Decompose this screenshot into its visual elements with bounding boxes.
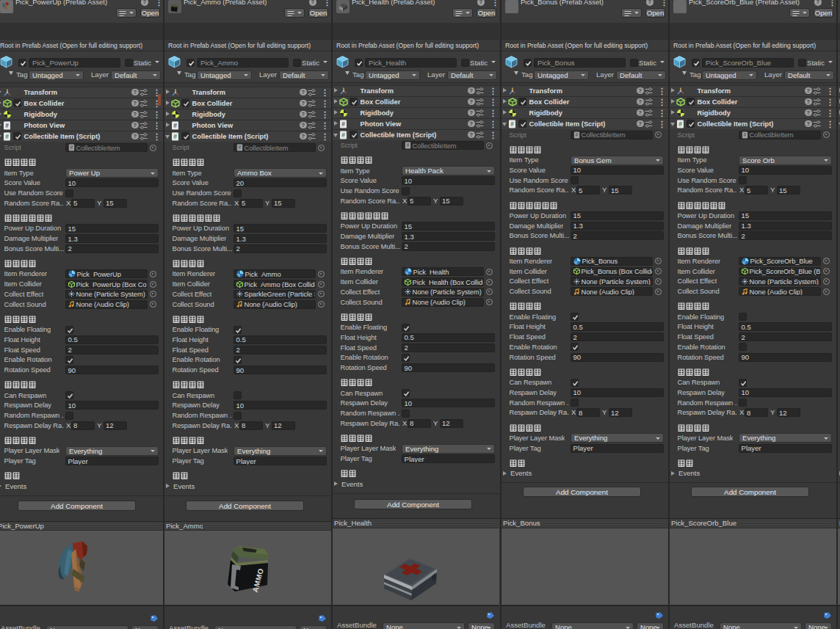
svg-text:#: # [173, 122, 177, 129]
svg-text:#: # [341, 131, 345, 139]
svg-text:#: # [678, 120, 682, 128]
svg-text:#: # [743, 132, 746, 137]
svg-text:#: # [173, 133, 177, 140]
svg-text:#: # [341, 120, 345, 128]
svg-text:#: # [5, 122, 9, 129]
svg-text:#: # [238, 145, 241, 150]
svg-text:#: # [5, 133, 9, 140]
svg-text:#: # [70, 145, 73, 150]
svg-text:#: # [575, 132, 578, 137]
svg-text:#: # [406, 143, 409, 148]
svg-text:#: # [510, 120, 514, 128]
